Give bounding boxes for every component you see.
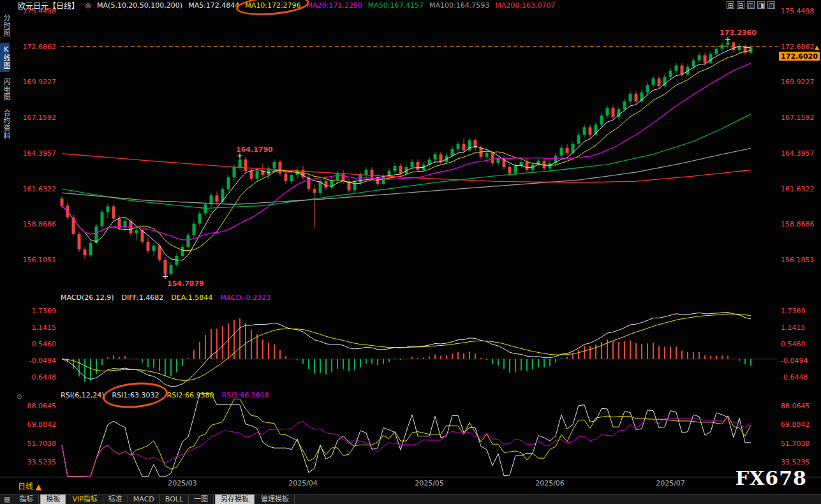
candle-body [732, 42, 736, 50]
ma50-line [62, 114, 751, 209]
candle-body [273, 162, 276, 168]
candle-body [646, 85, 649, 93]
candle-body [669, 71, 672, 77]
y-axis-label: 1.7369 [32, 307, 57, 315]
cascade-windows-icon[interactable]: ⊟ [737, 1, 744, 9]
candle-body [560, 148, 563, 156]
last-price-label: 172.6020 [781, 52, 818, 61]
y-axis-label: 164.3957 [781, 149, 815, 158]
toolbar-grid-icon[interactable]: ▦ [0, 495, 14, 503]
candle-body [394, 166, 397, 171]
swing-high-annotation: 164.1790 [236, 145, 273, 154]
candle-body [216, 195, 219, 202]
candle-body [233, 167, 236, 177]
candle-body [112, 206, 115, 218]
rsi2-label: RSI2:66.9380 [167, 391, 214, 399]
sidebar-item-contract-info[interactable]: 合约资料 [0, 107, 10, 142]
candle-body [629, 94, 632, 101]
ma100-line [62, 149, 751, 205]
candle-body [411, 162, 414, 167]
toolbar-item-indicator[interactable]: 指标 [14, 495, 39, 504]
candle-body [434, 154, 437, 159]
candle-body [543, 161, 546, 168]
candle-body [227, 177, 230, 189]
price-chart[interactable]: 175.4498175.4498172.6862172.6862169.9227… [0, 0, 821, 504]
toolbar-item-vip-indicator[interactable]: VIP指标 [67, 495, 103, 504]
ma100-label: MA100:164.7593 [429, 1, 489, 10]
candle-body [198, 214, 202, 224]
ma200-label: MA200:163.0707 [495, 1, 555, 10]
candle-body [750, 48, 753, 53]
candle-body [681, 66, 684, 75]
y-axis-label: 158.8686 [23, 220, 57, 228]
candle-body [526, 162, 529, 170]
candle-body [704, 56, 707, 63]
sidebar-item-kline-chart[interactable]: K线图 [0, 43, 10, 72]
layout-window-icon[interactable]: ◰ [767, 1, 775, 9]
y-axis-label: 175.4498 [781, 7, 815, 15]
candle-body [250, 171, 253, 179]
window-controls: ⊞ ⊟ ◫ ◨ ◰ [727, 1, 775, 9]
candle-body [279, 162, 282, 174]
sidebar-item-tick-chart[interactable]: 闪电图 [0, 75, 10, 103]
candle-body [606, 108, 609, 115]
watermark: FX678 [736, 467, 807, 489]
candle-body [101, 212, 104, 226]
candle-body [652, 78, 655, 85]
toolbar-item-standard[interactable]: 标准 [103, 495, 128, 504]
candle-body [325, 181, 328, 188]
period-arrow-icon: ▲ [36, 482, 41, 491]
toolbar-item-template[interactable]: 模板 [40, 494, 66, 504]
y-axis-label: 169.9227 [23, 78, 57, 86]
macd-panel-header: MACD(26,12,9) DIFF:1.4682 DEA:1.5844 MAC… [61, 293, 270, 302]
y-axis-label: 161.6322 [23, 185, 57, 193]
sidebar-item-time-chart[interactable]: 分时图 [0, 11, 10, 40]
candle-body [181, 247, 184, 256]
half-window-icon[interactable]: ◨ [757, 1, 765, 9]
toolbar-item-manage-template[interactable]: 管理模板 [256, 495, 295, 504]
candle-body [371, 170, 374, 177]
settings-icon[interactable]: ⊜ [85, 1, 91, 10]
y-axis-label: 1.7369 [781, 307, 806, 315]
panel-marker-icon: ⊙ [17, 393, 22, 400]
rsi1-label: RSI1:63.3032 [112, 391, 159, 399]
y-axis-label: 88.0645 [27, 402, 57, 410]
y-axis-label: 161.6322 [781, 185, 815, 193]
candle-body [147, 242, 150, 251]
candle-body [175, 256, 179, 265]
low-price-annotation: 154.7879 [167, 279, 204, 288]
ma20-label: MA20:171.2250 [307, 1, 362, 10]
x-axis-label: 2025/03 [168, 479, 197, 487]
candle-body [342, 174, 345, 181]
bottom-toolbar: ▦ 指标 模板 VIP指标 标准 MACD BOLL 一图 另存模板 管理模板 [0, 494, 821, 504]
candle-body [107, 206, 110, 212]
candle-body [417, 162, 420, 170]
ma-group-label: MA(5,10,20,50,100,200) [97, 1, 182, 10]
candle-body [600, 115, 603, 124]
candle-body [709, 54, 713, 63]
candle-body [187, 235, 190, 247]
candle-body [61, 198, 64, 205]
rsi-params-label: RSI(6,12,24) [61, 391, 104, 399]
y-axis-label: 69.8842 [27, 420, 57, 429]
period-selector[interactable]: 日线 ▲ [18, 480, 41, 491]
trading-terminal: 175.4498175.4498172.6862172.6862169.9227… [0, 0, 821, 504]
toolbar-item-one-chart[interactable]: 一图 [189, 495, 214, 504]
tile-windows-icon[interactable]: ⊞ [727, 1, 734, 9]
candle-body [193, 224, 196, 235]
y-axis-label: 172.6862 [23, 43, 57, 51]
candle-body [244, 159, 248, 171]
ma50-label: MA50:167.4157 [368, 1, 424, 10]
candle-body [485, 153, 489, 157]
split-window-icon[interactable]: ◫ [747, 1, 755, 9]
toolbar-item-boll[interactable]: BOLL [160, 495, 189, 504]
y-axis-label: -0.0494 [781, 357, 808, 365]
toolbar-item-macd[interactable]: MACD [128, 495, 160, 504]
candle-body [715, 49, 718, 54]
candle-body [118, 219, 121, 228]
candle-body [589, 127, 592, 135]
y-axis-label: -0.0494 [29, 357, 56, 365]
toolbar-item-save-template[interactable]: 另存模板 [215, 494, 255, 504]
rsi1-line [62, 394, 751, 477]
candle-body [89, 243, 92, 255]
